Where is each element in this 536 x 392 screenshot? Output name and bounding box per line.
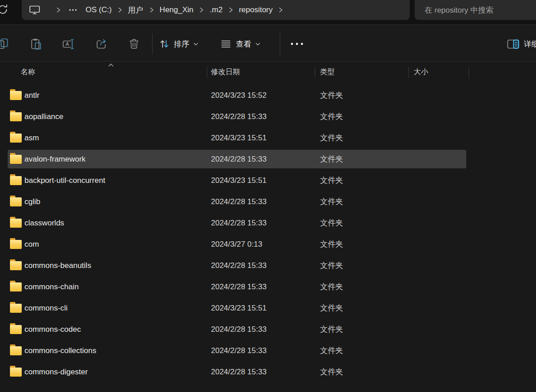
file-date-modified: 2024/3/27 0:13 bbox=[211, 234, 262, 255]
column-header-type[interactable]: 类型 bbox=[320, 62, 335, 83]
folder-icon bbox=[10, 282, 22, 292]
file-row[interactable]: commons-collections 2024/2/28 15:33 文件夹 bbox=[0, 340, 536, 361]
chevron-down-icon bbox=[255, 43, 260, 46]
file-date-modified: 2024/2/28 15:33 bbox=[211, 191, 267, 212]
file-type: 文件夹 bbox=[320, 255, 343, 276]
file-name: commons-digester bbox=[24, 361, 88, 382]
share-button[interactable] bbox=[91, 34, 111, 54]
folder-icon bbox=[10, 91, 22, 100]
copy-icon bbox=[0, 38, 10, 50]
delete-button[interactable] bbox=[124, 34, 144, 54]
folder-icon bbox=[10, 240, 22, 249]
file-name: antlr bbox=[24, 85, 39, 106]
file-date-modified: 2024/3/23 15:52 bbox=[211, 85, 267, 106]
file-type: 文件夹 bbox=[320, 106, 343, 127]
file-name: avalon-framework bbox=[24, 148, 86, 170]
file-date-modified: 2024/3/23 15:51 bbox=[211, 297, 267, 319]
sort-button[interactable]: 排序 bbox=[159, 34, 198, 54]
file-name: commons-beanutils bbox=[24, 255, 91, 276]
column-divider[interactable] bbox=[315, 67, 315, 78]
file-type: 文件夹 bbox=[320, 170, 343, 191]
file-type: 文件夹 bbox=[320, 319, 343, 340]
rename-icon: A bbox=[62, 38, 75, 50]
file-name: classworlds bbox=[24, 212, 64, 234]
more-button[interactable] bbox=[287, 34, 307, 54]
file-row[interactable]: commons-codec 2024/2/28 15:33 文件夹 bbox=[0, 319, 536, 340]
column-header-size[interactable]: 大小 bbox=[414, 62, 428, 83]
paste-button[interactable] bbox=[26, 34, 46, 54]
folder-icon bbox=[10, 112, 22, 121]
breadcrumb-item-users[interactable]: 用户 bbox=[128, 5, 144, 15]
file-row[interactable]: aopalliance 2024/2/28 15:33 文件夹 bbox=[0, 106, 536, 127]
search-input[interactable]: 在 repository 中搜索 bbox=[415, 0, 536, 20]
address-bar[interactable]: OS (C:) 用户 Heng_Xin .m2 repository bbox=[22, 0, 410, 20]
rename-button[interactable]: A bbox=[59, 34, 79, 54]
file-date-modified: 2024/2/28 15:33 bbox=[211, 340, 267, 361]
file-row[interactable]: commons-cli 2024/3/23 15:51 文件夹 bbox=[0, 297, 536, 319]
search-placeholder: 在 repository 中搜索 bbox=[425, 5, 493, 15]
file-date-modified: 2024/2/28 15:33 bbox=[211, 319, 267, 340]
file-date-modified: 2024/2/28 15:33 bbox=[211, 148, 267, 170]
file-name: asm bbox=[24, 127, 39, 148]
file-row[interactable]: cglib 2024/2/28 15:33 文件夹 bbox=[0, 191, 536, 212]
folder-icon bbox=[10, 155, 22, 164]
file-date-modified: 2024/2/28 15:33 bbox=[211, 361, 267, 382]
chevron-right-icon bbox=[149, 7, 154, 13]
file-row[interactable]: asm 2024/3/23 15:51 文件夹 bbox=[0, 127, 536, 148]
column-divider[interactable] bbox=[469, 67, 469, 78]
chevron-right-icon bbox=[278, 7, 283, 13]
folder-icon bbox=[10, 325, 22, 334]
folder-icon bbox=[10, 197, 22, 206]
file-row[interactable]: backport-util-concurrent 2024/3/23 15:51… bbox=[0, 170, 536, 191]
file-date-modified: 2024/3/23 15:51 bbox=[211, 127, 267, 148]
refresh-button[interactable] bbox=[0, 3, 10, 16]
file-type: 文件夹 bbox=[320, 191, 343, 212]
file-row[interactable]: antlr 2024/3/23 15:52 文件夹 bbox=[0, 85, 536, 106]
file-type: 文件夹 bbox=[320, 297, 343, 319]
file-date-modified: 2024/3/23 15:51 bbox=[211, 170, 267, 191]
view-button[interactable]: 查看 bbox=[220, 34, 260, 54]
toolbar-divider bbox=[280, 33, 280, 54]
file-row[interactable]: com 2024/3/27 0:13 文件夹 bbox=[0, 234, 536, 255]
breadcrumb-item-repository[interactable]: repository bbox=[239, 5, 273, 14]
file-type: 文件夹 bbox=[320, 148, 343, 170]
svg-text:A: A bbox=[66, 41, 69, 47]
file-name: commons-codec bbox=[24, 319, 81, 340]
file-type: 文件夹 bbox=[320, 127, 343, 148]
breadcrumb-item-drive[interactable]: OS (C:) bbox=[86, 5, 112, 14]
file-row[interactable]: commons-chain 2024/2/28 15:33 文件夹 bbox=[0, 276, 536, 297]
column-divider[interactable] bbox=[207, 67, 207, 78]
file-type: 文件夹 bbox=[320, 85, 343, 106]
command-bar: A 排序 查看 bbox=[0, 24, 536, 62]
file-name: backport-util-concurrent bbox=[24, 170, 105, 191]
breadcrumb-item-user[interactable]: Heng_Xin bbox=[160, 5, 194, 14]
breadcrumb-overflow-icon[interactable] bbox=[68, 9, 77, 11]
chevron-right-icon bbox=[117, 7, 123, 13]
sort-label: 排序 bbox=[174, 39, 189, 49]
details-pane-button[interactable]: 详细信息 bbox=[507, 34, 536, 54]
folder-icon bbox=[10, 176, 22, 185]
file-row[interactable]: commons-beanutils 2024/2/28 15:33 文件夹 bbox=[0, 255, 536, 276]
file-type: 文件夹 bbox=[320, 340, 343, 361]
chevron-down-icon bbox=[193, 43, 198, 46]
sort-icon bbox=[159, 39, 169, 49]
file-row[interactable]: avalon-framework 2024/2/28 15:33 文件夹 bbox=[0, 148, 536, 170]
chevron-right-icon bbox=[56, 7, 61, 13]
folder-icon bbox=[10, 346, 22, 355]
copy-button[interactable] bbox=[0, 34, 14, 54]
file-row[interactable]: classworlds 2024/2/28 15:33 文件夹 bbox=[0, 212, 536, 234]
file-date-modified: 2024/2/28 15:33 bbox=[211, 212, 267, 234]
file-row[interactable]: commons-digester 2024/2/28 15:33 文件夹 bbox=[0, 361, 536, 382]
file-type: 文件夹 bbox=[320, 234, 343, 255]
file-name: commons-chain bbox=[24, 276, 79, 297]
file-date-modified: 2024/2/28 15:33 bbox=[211, 106, 267, 127]
file-type: 文件夹 bbox=[320, 276, 343, 297]
folder-icon bbox=[10, 304, 22, 313]
breadcrumb-item-m2[interactable]: .m2 bbox=[210, 5, 222, 14]
column-header-name[interactable]: 名称 bbox=[21, 62, 35, 83]
file-list: antlr 2024/3/23 15:52 文件夹 aopalliance 20… bbox=[0, 85, 536, 382]
view-icon bbox=[220, 39, 231, 49]
this-pc-icon bbox=[29, 5, 40, 15]
column-header-date[interactable]: 修改日期 bbox=[211, 62, 240, 83]
column-divider[interactable] bbox=[408, 67, 409, 78]
